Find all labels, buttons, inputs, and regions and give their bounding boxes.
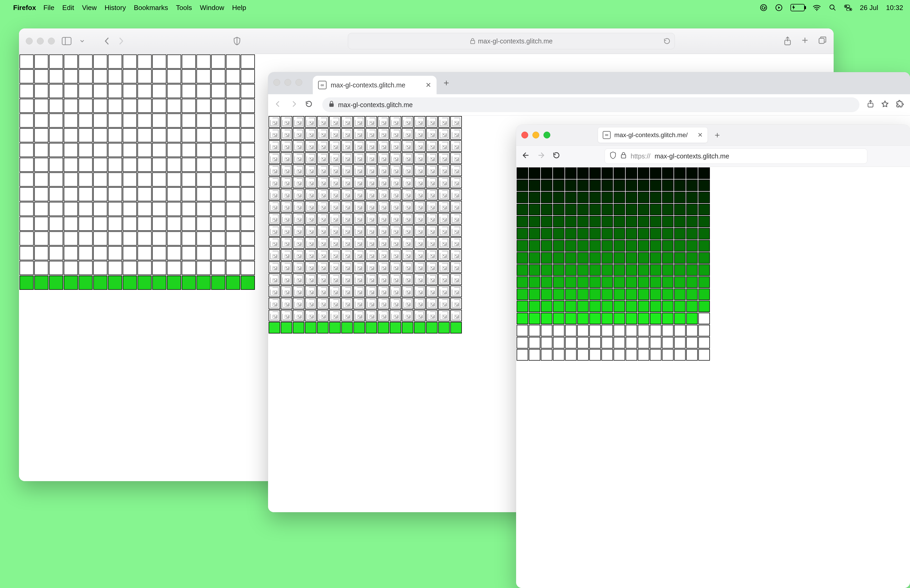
zoom-window-icon[interactable] — [296, 79, 302, 86]
webgl-cell — [152, 84, 166, 98]
menubar-item[interactable]: File — [44, 4, 62, 12]
webgl-cell — [414, 298, 425, 309]
privacy-shield-icon[interactable] — [233, 37, 241, 45]
webgl-cell — [108, 128, 122, 142]
webgl-cell — [438, 273, 450, 285]
menubar-item[interactable]: Bookmarks — [134, 4, 176, 12]
battery-status-icon[interactable] — [782, 4, 805, 11]
webgl-cell — [517, 204, 528, 215]
broken-image-icon — [343, 202, 351, 211]
now-playing-icon[interactable] — [767, 4, 782, 11]
forward-button-icon[interactable] — [289, 100, 297, 110]
webgl-cell — [268, 189, 280, 200]
menubar-item[interactable]: Window — [200, 4, 232, 12]
share-icon[interactable] — [784, 36, 792, 46]
webgl-cell — [353, 152, 365, 164]
minimize-window-icon[interactable] — [37, 38, 44, 44]
webgl-cell — [450, 262, 462, 273]
close-window-icon[interactable] — [521, 132, 528, 139]
zoom-window-icon[interactable] — [48, 38, 55, 44]
traffic-lights[interactable] — [521, 132, 550, 139]
traffic-lights[interactable] — [273, 79, 302, 86]
broken-image-icon — [318, 118, 327, 126]
webgl-grid-safari — [19, 54, 255, 290]
chrome-address-bar[interactable]: max-gl-contexts.glitch.me — [322, 97, 860, 112]
webgl-cell — [341, 273, 353, 285]
webgl-cell — [268, 249, 280, 261]
traffic-lights[interactable] — [26, 38, 55, 44]
broken-image-icon — [307, 178, 315, 187]
webgl-cell — [698, 276, 710, 288]
webgl-cell — [390, 189, 401, 200]
webgl-cell — [402, 310, 414, 321]
menubar-item[interactable]: Edit — [62, 4, 82, 12]
sidebar-toggle-icon[interactable] — [61, 37, 73, 45]
extensions-puzzle-icon[interactable] — [896, 100, 904, 110]
tab-overview-icon[interactable] — [818, 36, 827, 46]
webgl-cell — [341, 237, 353, 249]
new-tab-icon[interactable] — [801, 36, 809, 46]
broken-image-icon — [355, 227, 364, 235]
safari-address-bar[interactable]: max-gl-contexts.glitch.me — [348, 33, 675, 49]
menubar-item[interactable]: Tools — [176, 4, 200, 12]
menubar-item[interactable]: History — [105, 4, 134, 12]
webgl-cell — [268, 286, 280, 297]
webgl-cell — [196, 173, 211, 187]
webgl-cell — [601, 276, 613, 288]
reload-icon[interactable] — [664, 38, 671, 44]
close-window-icon[interactable] — [26, 38, 33, 44]
broken-image-icon — [270, 311, 279, 320]
webgl-cell — [211, 143, 225, 157]
chevron-down-icon[interactable] — [79, 39, 85, 44]
webgl-cell — [589, 276, 601, 288]
spotlight-icon[interactable] — [821, 4, 836, 11]
menubar-item[interactable]: Help — [232, 4, 254, 12]
webgl-cell — [341, 165, 353, 176]
grammarly-menu-icon[interactable] — [752, 4, 767, 11]
control-center-icon[interactable] — [836, 5, 852, 11]
menubar-time[interactable]: 10:32 — [878, 4, 903, 12]
close-tab-icon[interactable]: ✕ — [698, 131, 703, 139]
webgl-cell — [19, 246, 34, 260]
reload-icon[interactable] — [553, 151, 560, 161]
zoom-window-icon[interactable] — [543, 132, 550, 139]
minimize-window-icon[interactable] — [532, 132, 539, 139]
close-tab-icon[interactable]: ✕ — [425, 81, 431, 89]
wifi-icon[interactable] — [805, 4, 821, 11]
share-icon[interactable] — [867, 100, 874, 110]
close-window-icon[interactable] — [273, 79, 280, 86]
broken-image-icon — [379, 263, 388, 271]
webgl-cell — [438, 189, 450, 200]
menubar-date[interactable]: 26 Jul — [852, 4, 878, 12]
new-tab-button-icon[interactable]: ＋ — [442, 78, 451, 87]
broken-image-icon — [367, 178, 375, 187]
bookmark-star-icon[interactable] — [881, 100, 889, 110]
webgl-grid-chrome — [268, 116, 462, 334]
webgl-cell — [293, 298, 304, 309]
webgl-cell — [64, 55, 78, 69]
forward-button-icon[interactable] — [537, 151, 545, 161]
chrome-tab[interactable]: ∞ max-gl-contexts.glitch.me ✕ — [313, 76, 436, 94]
webgl-cell — [450, 116, 462, 128]
minimize-window-icon[interactable] — [284, 79, 291, 86]
broken-image-icon — [428, 202, 436, 211]
reload-icon[interactable] — [305, 100, 313, 110]
webgl-cell — [78, 202, 93, 216]
webgl-cell — [426, 189, 438, 200]
webgl-cell — [589, 313, 601, 324]
back-button-icon[interactable] — [522, 151, 530, 161]
forward-button-icon[interactable] — [118, 37, 124, 45]
firefox-address-bar[interactable]: https://max-gl-contexts.glitch.me — [605, 149, 867, 164]
menubar-item[interactable]: View — [82, 4, 105, 12]
webgl-cell — [698, 289, 710, 300]
new-tab-button-icon[interactable]: ＋ — [713, 129, 721, 141]
broken-image-icon — [318, 190, 327, 199]
webgl-cell — [529, 240, 540, 252]
webgl-cell — [450, 310, 462, 321]
firefox-tab[interactable]: ∞ max-gl-contexts.glitch.me/ ✕ — [598, 127, 708, 143]
menubar-app-name[interactable]: Firefox — [13, 4, 44, 12]
webgl-cell — [674, 204, 686, 215]
back-button-icon[interactable] — [104, 37, 111, 45]
tracking-shield-icon[interactable] — [609, 151, 616, 161]
back-button-icon[interactable] — [274, 100, 282, 110]
